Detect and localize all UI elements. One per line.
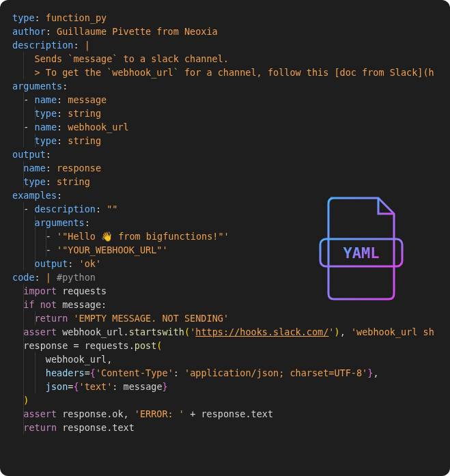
code-line: author: Guillaume Pivette from Neoxia [12,25,450,38]
token: type [35,108,57,119]
code-line: > To get the `webhook_url` for a channel… [12,66,450,79]
token: - [23,204,34,214]
token: '"YOUR_WEBHOOK_URL"' [57,244,168,255]
code-line: type: string [12,175,450,188]
token: + response.text [184,408,273,419]
code-line: response = requests.post( [12,339,450,352]
token: function_py [46,12,107,23]
token: startswith [129,326,184,337]
token: output [12,149,46,160]
token: Sends `message` to a slack channel. [35,53,229,64]
token: : [57,108,68,119]
token: '"Hello 👋 from bigfunctions!"' [57,231,229,242]
token: { [73,381,79,392]
code-line: json={'text': message} [12,380,450,393]
token: - [23,94,34,105]
token: webhook_url [68,122,128,132]
token: 'application/json; charset=UTF-8' [184,367,367,378]
code-line: output: [12,148,450,161]
token: string [57,176,90,187]
token: : [35,12,46,23]
code-line: return 'EMPTY MESSAGE. NOT SENDING' [12,311,450,325]
token: ) [23,395,29,406]
token: 'webhook_url sh [351,326,434,337]
token: : [62,81,68,92]
yaml-icon-label: YAML [343,244,380,262]
token: : [68,258,79,269]
token: ( [184,326,190,337]
code-line: - name: message [12,93,450,107]
token: webhook_url. [57,326,129,337]
code-line: ) [12,393,450,407]
token: : [35,272,46,283]
token: ( [156,340,162,351]
token: return [23,422,57,433]
token: response.text [57,422,135,433]
token: if [23,299,34,310]
token: description [35,204,96,214]
token: : message [112,381,162,392]
token: examples [12,190,57,201]
token: https://hooks.slack.com/ [195,326,328,337]
code-line: - name: webhook_url [12,120,450,134]
token: response [57,163,101,173]
token: : [46,176,57,187]
code-line: Sends `message` to a slack channel. [12,52,450,66]
token: output [35,258,68,269]
token: message: [57,299,107,310]
code-block: type: function_pyauthor: Guillaume Pivet… [0,0,450,476]
token: assert [23,326,57,337]
token: type [12,12,35,23]
token: : [46,163,57,173]
code-line: type: string [12,107,450,120]
token: ' [328,326,334,337]
code-line: webhook_url, [12,352,450,366]
code-line: name: response [12,161,450,175]
token: #python [57,272,96,283]
token: 'EMPTY MESSAGE. NOT SENDING' [73,313,229,324]
code-line: type: function_py [12,11,450,25]
yaml-file-icon: YAML [313,191,409,300]
token: response = requests. [23,340,135,351]
token: , [340,326,351,337]
token: : [57,190,62,201]
token: - [46,244,57,255]
token: name [35,122,57,132]
token: requests [57,285,107,296]
token: : [73,40,84,51]
token: message [68,94,107,105]
token: { [90,367,96,378]
code-line: assert response.ok, 'ERROR: ' + response… [12,407,450,421]
code-line: assert webhook_url.startswith('https://h… [12,325,450,339]
token: name [23,163,46,173]
token [35,299,40,310]
token: type [23,176,46,187]
token: | [85,40,90,51]
token: type [35,135,57,146]
token: post [135,340,157,351]
token: ) [335,326,340,337]
token: arguments [12,81,62,92]
code-line: type: string [12,134,450,148]
token: - [46,231,57,242]
token: json [46,381,68,392]
token: string [68,135,101,146]
token: name [35,94,57,105]
token: } [163,381,168,392]
token: return [35,313,68,324]
token: : [57,135,68,146]
token: : [57,122,68,132]
token: not [40,299,57,310]
token: string [68,108,101,119]
code-line: headers={'Content-Type': 'application/js… [12,366,450,380]
token: - [23,122,34,132]
token: response.ok, [57,408,135,419]
token: 'Content-Type' [96,367,173,378]
token: : [46,26,57,37]
token: author [12,26,46,37]
token: description [12,40,73,51]
token: import [23,285,57,296]
token: headers [46,367,85,378]
code-line: return response.text [12,421,450,434]
token: | [46,272,57,283]
